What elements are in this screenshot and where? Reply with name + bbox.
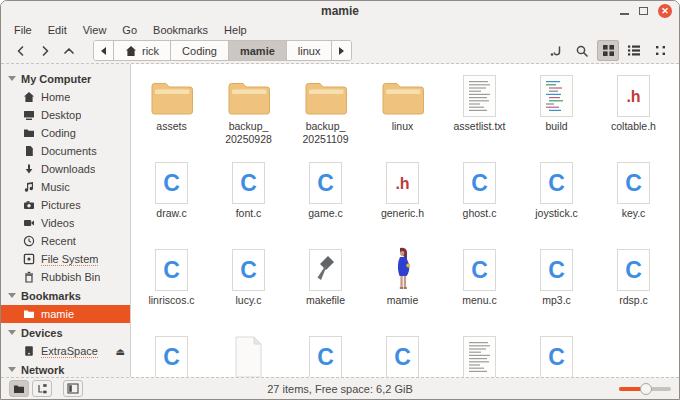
eject-icon[interactable]: ⏏ (116, 346, 125, 357)
compact-view-icon[interactable] (649, 40, 671, 61)
svg-text:C: C (163, 170, 180, 196)
file-item-generic-h[interactable]: .hgeneric.h (364, 156, 441, 243)
sidebar-item-home[interactable]: Home (1, 88, 130, 106)
forward-button[interactable] (33, 41, 57, 61)
file-item-mp3-c[interactable]: Cmp3.c (518, 243, 595, 330)
section-header-label: Bookmarks (21, 290, 81, 302)
breadcrumb-label: linux (298, 45, 321, 57)
breadcrumb-label: rick (142, 45, 159, 57)
sidebar-item-rubbish-bin[interactable]: Rubbish Bin (1, 268, 130, 286)
file-item-key-c[interactable]: Ckey.c (595, 156, 672, 243)
back-button[interactable] (9, 41, 33, 61)
breadcrumb-scroll-right-icon[interactable] (332, 41, 351, 60)
sidebar-item-pictures[interactable]: Pictures (1, 196, 130, 214)
sidebar-section-bookmarks[interactable]: Bookmarks (1, 286, 130, 305)
file-item-joystick-c[interactable]: Cjoystick.c (518, 156, 595, 243)
menu-view[interactable]: View (75, 24, 115, 36)
file-item-coltable-h[interactable]: .hcoltable.h (595, 69, 672, 156)
zoom-slider-track[interactable] (619, 387, 671, 391)
file-item-linriscos-c[interactable]: Clinriscos.c (133, 243, 210, 330)
file-item-build[interactable]: build (518, 69, 595, 156)
file-label: linux (392, 120, 414, 133)
sidebar-item-label: Videos (41, 217, 74, 229)
chevron-down-icon (8, 293, 16, 298)
breadcrumb-scroll-left-icon[interactable] (94, 41, 114, 60)
menu-help[interactable]: Help (216, 24, 255, 36)
sidebar-item-extraspace[interactable]: ExtraSpace⏏ (1, 342, 130, 360)
up-button[interactable] (57, 41, 81, 61)
image-sprite-icon (392, 243, 414, 291)
breadcrumb-rick[interactable]: rick (114, 41, 171, 60)
file-item-makefile[interactable]: makefile (287, 243, 364, 330)
file-item-screen-c[interactable]: Cscreen.c (133, 330, 210, 377)
file-label: generic.h (381, 207, 424, 220)
file-item-sprite-c[interactable]: Csprite.c (364, 330, 441, 377)
document-icon (22, 145, 35, 158)
svg-text:C: C (163, 257, 180, 283)
file-item-backup-20251109[interactable]: backup_​20251109 (287, 69, 364, 156)
header-file-icon: .h (617, 69, 650, 117)
sidebar-item-downloads[interactable]: Downloads (1, 160, 130, 178)
file-item-assets[interactable]: assets (133, 69, 210, 156)
file-item-font-c[interactable]: Cfont.c (210, 156, 287, 243)
c-source-icon: C (155, 156, 188, 204)
sidebar-item-label: Documents (41, 145, 97, 157)
file-item-rdsp-c[interactable]: Crdsp.c (595, 243, 672, 330)
section-header-label: My Computer (21, 73, 91, 85)
file-item-spider-c[interactable]: Cspider.c (287, 330, 364, 377)
list-view-icon[interactable] (623, 40, 645, 61)
sidebar-item-recent[interactable]: Recent (1, 232, 130, 250)
file-item-mamie[interactable]: mamie (364, 243, 441, 330)
file-label: mamie (387, 294, 419, 307)
menu-edit[interactable]: Edit (40, 24, 75, 36)
file-item-screen-h[interactable]: screen.h (210, 330, 287, 377)
file-item-ghost-c[interactable]: Cghost.c (441, 156, 518, 243)
chevron-down-icon (8, 367, 16, 372)
file-item-draw-c[interactable]: Cdraw.c (133, 156, 210, 243)
download-icon (22, 163, 35, 176)
sidebar-item-videos[interactable]: Videos (1, 214, 130, 232)
sidebar-item-file-system[interactable]: File System (1, 250, 130, 268)
blank-file-icon (232, 330, 265, 377)
file-label: backup_​20250928 (212, 120, 286, 145)
minimize-icon[interactable] (620, 13, 629, 15)
zoom-slider-handle[interactable] (640, 383, 652, 395)
sidebar-item-desktop[interactable]: Desktop (1, 106, 130, 124)
sidebar-item-documents[interactable]: Documents (1, 142, 130, 160)
sidebar-item-coding[interactable]: Coding (1, 124, 130, 142)
chevron-down-icon (8, 330, 16, 335)
file-item-version[interactable]: _​version (441, 330, 518, 377)
sidebar-section-devices[interactable]: Devices (1, 323, 130, 342)
menu-go[interactable]: Go (114, 24, 145, 36)
file-label: mp3.c (542, 294, 571, 307)
breadcrumb-linux[interactable]: linux (287, 41, 333, 60)
section-header-label: Devices (21, 327, 63, 339)
file-item-backup-20250928[interactable]: backup_​20250928 (210, 69, 287, 156)
menu-file[interactable]: File (6, 24, 40, 36)
breadcrumb-coding[interactable]: Coding (171, 41, 229, 60)
svg-text:.h: .h (395, 175, 409, 192)
search-icon[interactable] (571, 40, 593, 61)
sidebar-item-mamie[interactable]: mamie (1, 305, 130, 323)
file-item-game-c[interactable]: Cgame.c (287, 156, 364, 243)
chevron-down-icon (8, 76, 16, 81)
menu-bookmarks[interactable]: Bookmarks (145, 24, 216, 36)
breadcrumb-mamie[interactable]: mamie (229, 41, 287, 60)
menubar: FileEditViewGoBookmarksHelp (1, 21, 679, 38)
sidebar-item-music[interactable]: Music (1, 178, 130, 196)
location-entry-icon[interactable] (545, 40, 567, 61)
zoom-slider[interactable] (619, 378, 671, 399)
sidebar-section-network[interactable]: Network (1, 360, 130, 377)
file-item-assetlist-txt[interactable]: assetlist.txt (441, 69, 518, 156)
breadcrumb-label: mamie (240, 45, 275, 57)
file-item-wrapper-c[interactable]: Cwrapper.c (518, 330, 595, 377)
close-icon[interactable]: ✕ (658, 4, 672, 18)
grid-view-icon[interactable] (597, 40, 619, 61)
statusbar: 27 items, Free space: 6,2 GiB (1, 377, 679, 399)
file-item-lucy-c[interactable]: Clucy.c (210, 243, 287, 330)
sidebar-section-my-computer[interactable]: My Computer (1, 69, 130, 88)
sidebar-item-label: Music (41, 181, 70, 193)
maximize-icon[interactable] (639, 7, 648, 15)
file-item-linux[interactable]: linux (364, 69, 441, 156)
file-item-menu-c[interactable]: Cmenu.c (441, 243, 518, 330)
